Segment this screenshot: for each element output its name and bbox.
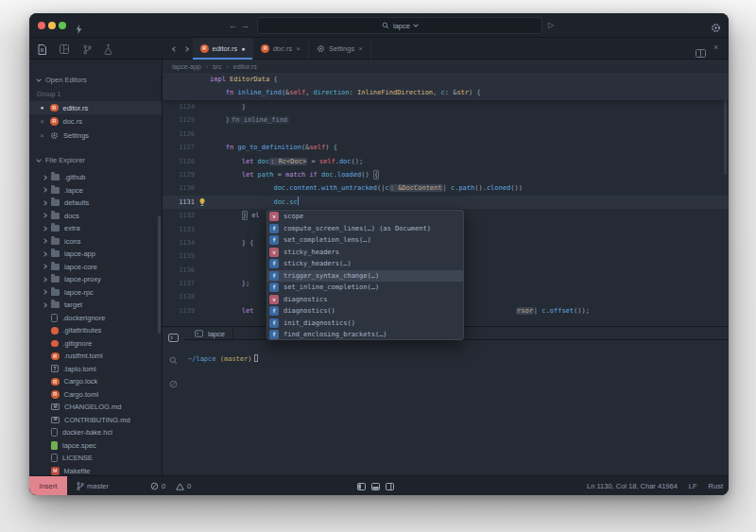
search-icon[interactable]: [166, 353, 180, 367]
completion-item[interactable]: finit_diagnostics(): [267, 317, 463, 330]
terminal-icon[interactable]: [166, 331, 180, 344]
eol-indicator[interactable]: LF: [689, 482, 697, 490]
tree-item-target[interactable]: target: [29, 299, 159, 312]
file-explorer-panel-icon[interactable]: [33, 43, 50, 56]
terminal-panel[interactable]: lapce ~/lapce (master): [163, 326, 729, 475]
mode-badge[interactable]: Insert: [29, 476, 67, 495]
breadcrumb-segment[interactable]: editor.rs: [233, 63, 257, 70]
language-mode[interactable]: Rust: [709, 482, 723, 490]
close-icon[interactable]: ×: [39, 117, 45, 126]
code-line-1127[interactable]: 1127 fn go_to_definition(&self) {: [163, 141, 729, 154]
code-line-1128[interactable]: 1128 let doc: Rc<Doc> = self.doc();: [163, 155, 729, 168]
tree-item-.rustfmt.toml[interactable]: R.rustfmt.toml: [29, 350, 159, 363]
tree-item-Cargo.toml[interactable]: RCargo.toml: [29, 388, 159, 402]
tree-item-LICENSE[interactable]: LICENSE: [29, 452, 159, 465]
modified-dot[interactable]: ●: [241, 45, 245, 52]
zoom-window-button[interactable]: [59, 22, 66, 29]
tree-item-lapce-core[interactable]: lapce-core: [29, 261, 159, 274]
open-editor-item-doc.rs[interactable]: ×Rdoc.rs: [29, 115, 162, 129]
line-number: 1135: [163, 249, 195, 263]
sidebar-scrollbar[interactable]: [158, 215, 161, 334]
tree-item-.taplo.toml[interactable]: T.taplo.toml: [29, 363, 159, 376]
tree-item-Cargo.lock[interactable]: RCargo.lock: [29, 375, 159, 388]
open-editor-item-editor.rs[interactable]: ●Reditor.rs: [29, 101, 162, 114]
tree-item-lapce-rpc[interactable]: lapce-rpc: [29, 286, 159, 300]
completion-item[interactable]: fset_inline_completion(…): [267, 282, 463, 294]
close-window-button[interactable]: [38, 22, 45, 29]
tree-item-.dockerignore[interactable]: .dockerignore: [29, 312, 159, 325]
tree-item-CHANGELOG.md[interactable]: MCHANGELOG.md: [29, 401, 159, 414]
code-line-1125[interactable]: 1125 }fn inline_find: [163, 113, 729, 127]
code-line-1124[interactable]: 1124 }: [163, 100, 729, 113]
code-line-1129[interactable]: 1129 let path = match if doc.loaded() {: [163, 168, 729, 181]
tree-item-label: lapce-app: [64, 249, 95, 258]
titlebar[interactable]: ← → lapce ▷: [29, 13, 729, 38]
completion-item-label: init_diagnostics(): [284, 319, 355, 327]
tree-item-docker-bake.hcl[interactable]: docker-bake.hcl: [29, 426, 159, 439]
cursor-position[interactable]: Ln 1130, Col 18, Char 41964: [587, 482, 678, 490]
command-palette-search[interactable]: lapce: [257, 17, 542, 34]
file-explorer-header[interactable]: File Explorer: [37, 156, 85, 164]
tree-item-.lapce[interactable]: .lapce: [29, 184, 159, 197]
modified-dot[interactable]: ●: [39, 105, 45, 111]
tab-editor.rs[interactable]: Reditor.rs●: [193, 38, 253, 60]
code-line-1126[interactable]: 1126: [163, 128, 729, 141]
remote-connection-icon[interactable]: [76, 21, 82, 38]
tree-item-lapce-app[interactable]: lapce-app: [29, 248, 159, 261]
breadcrumb[interactable]: lapce-app›src›editor.rs: [172, 60, 257, 73]
debug-plugin-icon[interactable]: [99, 43, 116, 56]
source-control-icon[interactable]: [78, 43, 95, 56]
completion-item[interactable]: fcompute_screen_lines(…) (as Document): [267, 223, 463, 235]
open-editors-header[interactable]: Open Editors: [37, 76, 87, 84]
tabs-next-icon[interactable]: [183, 46, 189, 52]
problems-icon[interactable]: [166, 377, 180, 390]
error-count[interactable]: 0: [150, 476, 165, 495]
code-line-1130[interactable]: 1130 doc.content.with_untracked(|c: &Doc…: [163, 181, 729, 195]
close-editor-icon[interactable]: ×: [713, 43, 718, 52]
completion-item[interactable]: fdiagnostics(): [267, 305, 463, 317]
run-button[interactable]: ▷: [548, 13, 554, 38]
function-kind-icon: f: [269, 259, 279, 268]
tree-item-.gitattributes[interactable]: .gitattributes: [29, 324, 159, 337]
breadcrumb-segment[interactable]: lapce-app: [172, 63, 201, 70]
tabs-prev-icon[interactable]: [172, 46, 178, 52]
nav-forward-icon[interactable]: →: [241, 13, 249, 38]
completion-item[interactable]: fsticky_headers(…): [267, 258, 463, 270]
tree-item-.gitignore[interactable]: .gitignore: [29, 337, 159, 351]
tree-item-docs[interactable]: docs: [29, 210, 159, 223]
tree-item-lapce.spec[interactable]: lapce.spec: [29, 439, 159, 453]
tab-Settings[interactable]: Settings×: [309, 38, 371, 60]
tree-item-extra[interactable]: extra: [29, 222, 159, 235]
tab-doc.rs[interactable]: Rdoc.rs×: [253, 38, 309, 60]
panels-layout-icon[interactable]: [56, 43, 73, 56]
tree-item-.github[interactable]: .github: [29, 171, 159, 184]
tree-item-label: lapce.spec: [62, 441, 96, 450]
breadcrumb-segment[interactable]: src: [213, 63, 221, 70]
settings-gear-icon[interactable]: [711, 20, 721, 37]
git-branch-status[interactable]: master: [77, 476, 109, 495]
code-line-1131[interactable]: 1131 doc.sc: [163, 196, 729, 209]
completion-item[interactable]: vscope: [267, 211, 463, 223]
toggle-right-panel-icon[interactable]: [386, 483, 394, 490]
tree-item-icons[interactable]: icons: [29, 235, 159, 249]
close-icon[interactable]: ×: [296, 44, 301, 53]
toggle-left-panel-icon[interactable]: [357, 483, 366, 490]
completion-item[interactable]: vsticky_headers: [267, 247, 463, 259]
tree-item-lapce-proxy[interactable]: lapce-proxy: [29, 273, 159, 286]
completion-item[interactable]: ftrigger_syntax_change(…): [267, 270, 463, 283]
tree-item-CONTRIBUTING.md[interactable]: MCONTRIBUTING.md: [29, 414, 159, 427]
minimize-window-button[interactable]: [48, 22, 56, 29]
toggle-bottom-panel-icon[interactable]: [371, 483, 380, 490]
line-number: 1136: [163, 264, 195, 277]
completion-item-label: set_inline_completion(…): [284, 283, 379, 291]
nav-back-icon[interactable]: ←: [229, 13, 237, 38]
completion-item[interactable]: vdiagnostics: [267, 294, 463, 306]
completion-item[interactable]: fset_completion_lens(…): [267, 234, 463, 247]
terminal-tab-lapce[interactable]: lapce: [187, 327, 233, 340]
close-icon[interactable]: ×: [358, 44, 363, 53]
completion-item[interactable]: ffind_enclosing_brackets(…): [267, 329, 463, 340]
warning-count[interactable]: 0: [176, 476, 191, 495]
tree-item-defaults[interactable]: defaults: [29, 197, 159, 210]
close-icon[interactable]: ×: [39, 131, 45, 140]
open-editor-item-Settings[interactable]: ×Settings: [29, 129, 162, 142]
